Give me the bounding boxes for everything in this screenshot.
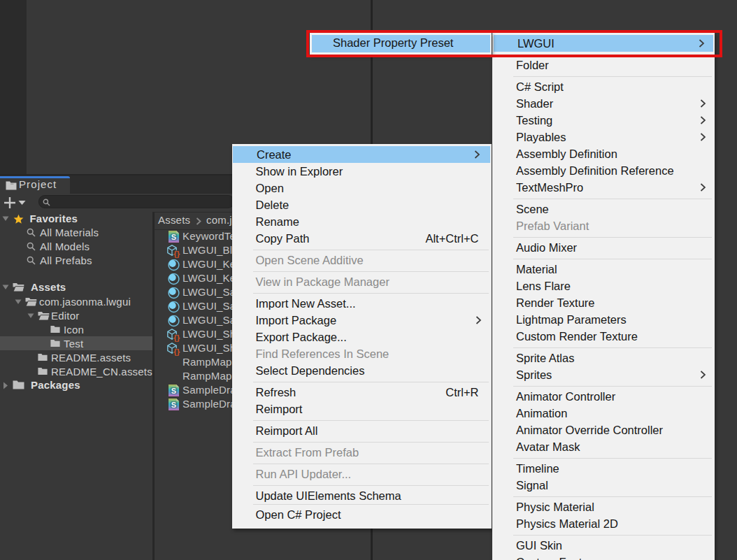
svg-text:{}: {} <box>173 333 180 342</box>
svg-text:S: S <box>171 401 176 409</box>
svg-text:{}: {} <box>173 250 180 258</box>
svg-text:S: S <box>171 233 176 241</box>
svg-text:{}: {} <box>173 347 180 356</box>
svg-text:S: S <box>171 387 176 395</box>
